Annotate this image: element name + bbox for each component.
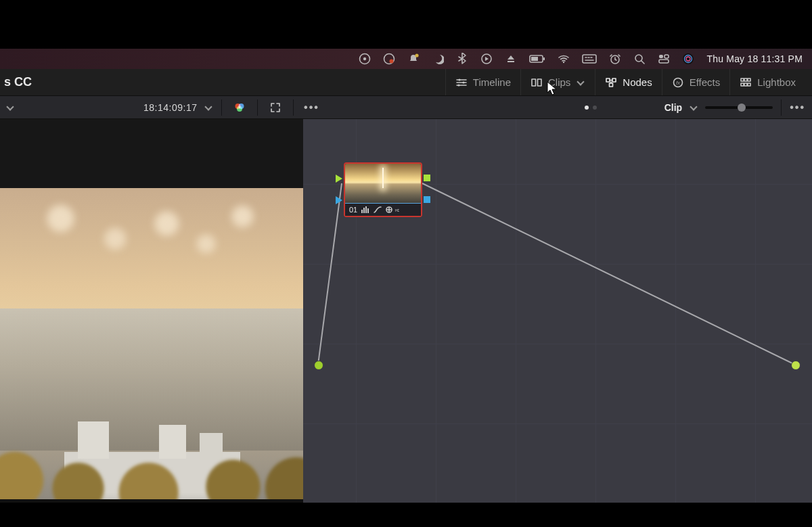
screen-record-icon[interactable] — [383, 53, 395, 65]
svg-rect-15 — [664, 55, 669, 58]
page-indicator[interactable] — [585, 106, 597, 110]
node-editor-toolbar-right: Clip ••• — [585, 96, 805, 119]
node-output-rgb-icon[interactable] — [424, 175, 430, 181]
separator — [293, 99, 294, 116]
graph-output-port[interactable] — [791, 361, 800, 370]
timecode-dropdown-icon[interactable] — [204, 103, 213, 112]
svg-point-10 — [563, 62, 564, 63]
viewer-foliage — [0, 432, 303, 499]
viewer-options-icon[interactable]: ••• — [302, 98, 321, 117]
svg-rect-11 — [583, 55, 596, 63]
node-curves-icon — [374, 206, 382, 213]
svg-point-3 — [390, 60, 394, 64]
main-area: 01 HDR — [0, 119, 812, 503]
separator — [221, 99, 222, 116]
svg-rect-24 — [537, 79, 541, 86]
svg-text:fx: fx — [676, 80, 681, 86]
svg-rect-35 — [748, 83, 750, 86]
notification-bell-icon[interactable] — [407, 53, 420, 65]
node-editor-panel[interactable]: 01 HDR — [303, 119, 812, 503]
node-input-alpha-icon[interactable] — [336, 196, 342, 204]
viewer-dropdown-icon[interactable] — [5, 103, 15, 112]
project-title: s CC — [0, 75, 32, 89]
keyboard-language-icon[interactable] — [582, 53, 597, 65]
secondary-toolbar: 18:14:09:17 ••• Clip — [0, 96, 812, 119]
node-number: 01 — [349, 206, 357, 214]
svg-rect-16 — [659, 60, 669, 63]
svg-point-1 — [363, 58, 366, 60]
node-info-bar: 01 HDR — [345, 203, 421, 216]
node-hdr-icon: HDR — [386, 206, 399, 213]
bluetooth-icon[interactable] — [456, 53, 468, 65]
svg-rect-8 — [531, 57, 538, 61]
eject-icon[interactable] — [505, 53, 517, 65]
corrector-node-01[interactable]: 01 HDR — [344, 162, 422, 217]
svg-rect-9 — [543, 58, 545, 60]
timeline-icon — [455, 76, 468, 89]
wifi-icon[interactable] — [558, 53, 570, 65]
svg-rect-14 — [659, 55, 663, 58]
clip-mode-label[interactable]: Clip — [664, 102, 682, 113]
separator — [781, 99, 782, 116]
node-output-alpha-icon[interactable] — [424, 196, 430, 203]
app-titlebar: s CC Timeline Clips Nodes — [0, 69, 812, 96]
control-center-icon[interactable] — [658, 53, 670, 65]
svg-rect-34 — [744, 83, 747, 86]
svg-rect-44 — [367, 208, 369, 213]
do-not-disturb-icon[interactable] — [432, 53, 444, 65]
svg-rect-32 — [748, 78, 750, 81]
svg-point-21 — [462, 81, 464, 83]
tab-effects[interactable]: fx Effects — [662, 69, 730, 95]
svg-rect-23 — [532, 79, 536, 86]
svg-point-38 — [237, 106, 242, 112]
svg-text:HDR: HDR — [395, 208, 399, 212]
viewer-letterbox — [0, 119, 303, 188]
tab-clips-label: Clips — [548, 76, 570, 88]
nodes-icon — [605, 76, 617, 89]
tab-clips[interactable]: Clips — [520, 69, 595, 95]
macos-menubar: Thu May 18 11:31 PM — [0, 49, 812, 69]
bypass-grades-icon[interactable] — [230, 98, 249, 117]
svg-rect-43 — [365, 206, 367, 213]
svg-rect-31 — [744, 78, 747, 81]
obs-icon[interactable] — [359, 53, 371, 65]
tab-timeline[interactable]: Timeline — [445, 69, 520, 95]
tab-nodes[interactable]: Nodes — [595, 69, 661, 95]
viewer-panel — [0, 119, 303, 503]
tab-lightbox-label: Lightbox — [757, 76, 796, 88]
zoom-slider[interactable] — [705, 106, 773, 109]
play-circle-icon[interactable] — [480, 53, 493, 65]
lightbox-icon — [740, 76, 752, 89]
clips-icon — [531, 76, 543, 89]
node-editor-options-icon[interactable]: ••• — [790, 101, 805, 114]
spotlight-search-icon[interactable] — [633, 53, 646, 65]
graph-input-port[interactable] — [314, 361, 323, 370]
svg-rect-30 — [741, 78, 744, 81]
svg-rect-6 — [508, 61, 514, 62]
menubar-datetime[interactable]: Thu May 18 11:31 PM — [706, 53, 803, 64]
expand-viewer-icon[interactable] — [266, 98, 285, 117]
svg-point-4 — [415, 53, 419, 57]
svg-rect-33 — [741, 83, 744, 86]
viewer-toolbar-left: 18:14:09:17 ••• — [0, 96, 321, 118]
zoom-slider-knob[interactable] — [738, 104, 746, 112]
svg-rect-42 — [363, 208, 365, 213]
node-input-rgb-icon[interactable] — [336, 175, 342, 183]
siri-icon[interactable] — [682, 53, 694, 65]
viewer-clouds — [0, 188, 303, 290]
tab-effects-label: Effects — [690, 76, 721, 88]
timecode-display[interactable]: 18:14:09:17 — [143, 102, 197, 113]
node-thumbnail — [345, 164, 421, 203]
battery-icon[interactable] — [529, 53, 545, 65]
alarm-icon[interactable] — [609, 53, 621, 65]
svg-rect-41 — [361, 210, 363, 213]
viewer-image[interactable] — [0, 188, 303, 499]
workspace-tabs: Timeline Clips Nodes fx Effects — [445, 69, 812, 95]
clips-dropdown-icon — [576, 78, 585, 87]
clip-mode-dropdown-icon[interactable] — [689, 103, 698, 112]
page-dot — [593, 106, 597, 110]
tab-lightbox[interactable]: Lightbox — [729, 69, 805, 95]
menubar-status-icons — [359, 53, 694, 65]
tab-nodes-label: Nodes — [623, 76, 652, 88]
effects-icon: fx — [672, 76, 684, 89]
